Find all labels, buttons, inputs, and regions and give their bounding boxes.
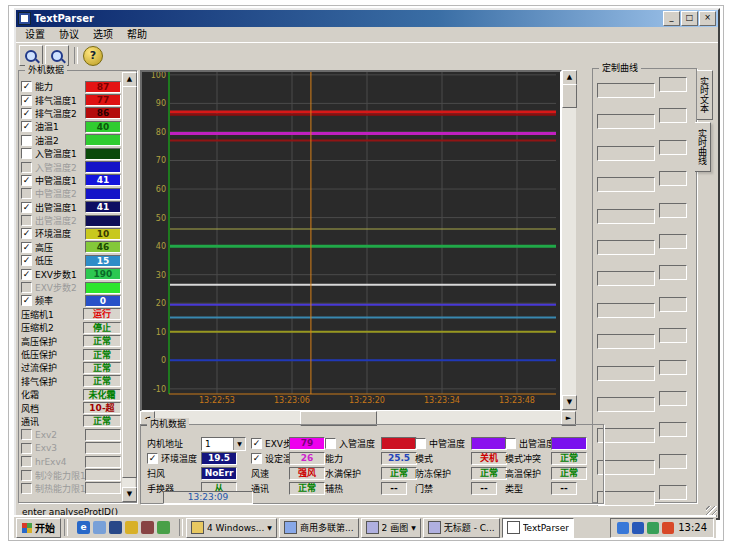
shield-icon[interactable] bbox=[157, 521, 170, 534]
curve-field[interactable] bbox=[659, 422, 687, 437]
scrollbar-thumb[interactable] bbox=[122, 86, 137, 478]
scroll-down-icon[interactable]: ▼ bbox=[562, 395, 577, 410]
curve-field[interactable] bbox=[659, 328, 687, 343]
zoom-in-button[interactable] bbox=[19, 45, 43, 66]
checkbox[interactable] bbox=[21, 135, 32, 146]
voice-icon[interactable] bbox=[632, 522, 644, 534]
maximize-button[interactable]: □ bbox=[681, 11, 698, 26]
checkbox[interactable]: ✓ bbox=[21, 175, 32, 186]
checkbox[interactable]: ✓ bbox=[21, 95, 32, 106]
curve-field[interactable] bbox=[597, 428, 655, 443]
chevron-down-icon[interactable]: ▼ bbox=[233, 438, 245, 450]
curve-field[interactable] bbox=[659, 360, 687, 375]
taskbar-button[interactable]: TextParser bbox=[502, 518, 574, 538]
side-tab-实时文本[interactable]: 实时文本 bbox=[697, 70, 713, 120]
chart-vertical-scrollbar[interactable]: ▲ ▼ bbox=[562, 70, 576, 408]
curve-field[interactable] bbox=[659, 140, 687, 155]
outdoor-status-label: 风档 bbox=[21, 402, 83, 415]
menu-item-3[interactable]: 选项 bbox=[86, 27, 120, 42]
checkbox[interactable] bbox=[21, 188, 32, 199]
checkbox[interactable]: ✓ bbox=[251, 438, 262, 449]
curve-field[interactable] bbox=[659, 391, 687, 406]
curve-field[interactable] bbox=[597, 209, 655, 224]
curve-field[interactable] bbox=[597, 271, 655, 286]
start-button[interactable]: 开始 bbox=[16, 518, 61, 538]
checkbox[interactable] bbox=[21, 483, 32, 494]
trend-chart[interactable]: 1009080706050403020100-1013:22:5313:23:0… bbox=[140, 70, 562, 412]
scrollbar-thumb[interactable] bbox=[562, 84, 577, 108]
checkbox[interactable] bbox=[415, 438, 426, 449]
alarm-icon[interactable] bbox=[662, 522, 674, 534]
checkbox[interactable] bbox=[21, 148, 32, 159]
indoor-address-select[interactable]: 1▼ bbox=[201, 437, 246, 451]
close-button[interactable]: × bbox=[699, 11, 716, 26]
taskbar-button[interactable]: 2 画图▼ bbox=[361, 518, 421, 538]
curve-field[interactable] bbox=[597, 83, 655, 98]
checkbox[interactable] bbox=[21, 470, 32, 481]
outdoor-scrollbar[interactable]: ▲ ▼ bbox=[122, 72, 135, 500]
checkbox[interactable] bbox=[505, 438, 516, 449]
zoom-out-button[interactable] bbox=[45, 45, 69, 66]
checkbox[interactable] bbox=[325, 438, 336, 449]
indoor-value-badge: 19.5 bbox=[201, 452, 237, 465]
minimize-button[interactable]: _ bbox=[663, 11, 680, 26]
curve-field[interactable] bbox=[659, 77, 687, 92]
curve-field[interactable] bbox=[659, 171, 687, 186]
mail-icon[interactable] bbox=[125, 521, 138, 534]
checkbox[interactable] bbox=[21, 456, 32, 467]
menu-item-4[interactable]: 帮助 bbox=[120, 27, 154, 42]
menu-item-2[interactable]: 协议 bbox=[52, 27, 86, 42]
checkbox[interactable]: ✓ bbox=[21, 269, 32, 280]
curve-field[interactable] bbox=[597, 366, 655, 381]
help-button[interactable]: ? bbox=[83, 46, 103, 66]
curve-field[interactable] bbox=[597, 240, 655, 255]
curve-field[interactable] bbox=[659, 265, 687, 280]
curve-field[interactable] bbox=[597, 460, 655, 475]
media-player-icon[interactable] bbox=[109, 521, 122, 534]
curve-field[interactable] bbox=[597, 114, 655, 129]
curve-field[interactable] bbox=[659, 108, 687, 123]
checkbox[interactable]: ✓ bbox=[21, 202, 32, 213]
curve-field[interactable] bbox=[597, 397, 655, 412]
checkbox[interactable] bbox=[21, 443, 32, 454]
taskbar-button[interactable]: 4 Windows...▼ bbox=[186, 518, 277, 538]
checkbox[interactable]: ✓ bbox=[21, 108, 32, 119]
checkbox[interactable]: ✓ bbox=[21, 255, 32, 266]
curve-field[interactable] bbox=[597, 334, 655, 349]
curve-field[interactable] bbox=[659, 203, 687, 218]
taskbar-button[interactable]: 商用多联第... bbox=[279, 518, 359, 538]
lock-icon[interactable] bbox=[141, 521, 154, 534]
network-icon[interactable] bbox=[647, 522, 659, 534]
checkbox[interactable]: ✓ bbox=[21, 81, 32, 92]
checkbox[interactable]: ✓ bbox=[21, 121, 32, 132]
curve-field[interactable] bbox=[597, 177, 655, 192]
menu-item-1[interactable]: 设置 bbox=[18, 27, 52, 42]
curve-field[interactable] bbox=[597, 491, 655, 506]
checkbox[interactable]: ✓ bbox=[21, 295, 32, 306]
checkbox[interactable] bbox=[21, 162, 32, 173]
checkbox[interactable]: ✓ bbox=[21, 242, 32, 253]
checkbox[interactable] bbox=[21, 215, 32, 226]
chart-plot[interactable]: 1009080706050403020100-1013:22:5313:23:0… bbox=[142, 72, 556, 406]
scroll-down-icon[interactable]: ▼ bbox=[122, 487, 137, 502]
checkbox[interactable] bbox=[21, 429, 32, 440]
status-badge: 未化霜 bbox=[83, 389, 121, 401]
chart-horizontal-scrollbar[interactable]: ◄ ► bbox=[140, 411, 576, 424]
side-tab-实时曲线[interactable]: 实时曲线 bbox=[695, 122, 711, 172]
checkbox[interactable]: ✓ bbox=[147, 453, 158, 464]
curve-field[interactable] bbox=[659, 234, 687, 249]
outlook-icon[interactable] bbox=[93, 521, 106, 534]
checkbox[interactable]: ✓ bbox=[21, 228, 32, 239]
curve-field[interactable] bbox=[597, 146, 655, 161]
curve-field[interactable] bbox=[659, 454, 687, 469]
scroll-up-icon[interactable]: ▲ bbox=[122, 72, 137, 87]
curve-field[interactable] bbox=[597, 303, 655, 318]
curve-field[interactable] bbox=[659, 297, 687, 312]
scroll-up-icon[interactable]: ▲ bbox=[562, 70, 577, 85]
checkbox[interactable] bbox=[21, 282, 32, 293]
messenger-icon[interactable] bbox=[617, 522, 629, 534]
checkbox[interactable]: ✓ bbox=[251, 453, 262, 464]
curve-field[interactable] bbox=[659, 485, 687, 500]
taskbar-button[interactable]: 无标题 - C... bbox=[423, 518, 500, 538]
ie-icon[interactable]: e bbox=[77, 521, 90, 534]
